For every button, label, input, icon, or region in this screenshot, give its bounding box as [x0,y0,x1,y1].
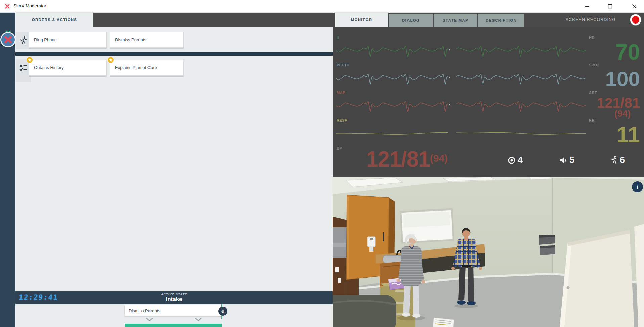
minimize-icon [585,4,590,9]
chevron-down-icon[interactable] [195,317,202,321]
spo2-value: 100 [605,68,640,89]
milestone-card-label: Obtains History [34,65,64,70]
queued-action-label: Dismiss Parents [129,308,160,313]
title-bar: SimX Moderator [0,0,644,13]
rr-value: 11 [616,124,640,146]
art-value: 121/81 [597,96,640,110]
checklist-icon [19,63,28,72]
art-mean-value: (94) [614,109,631,119]
star-badge-icon [108,57,114,63]
record-button[interactable] [630,14,641,26]
rr-label: RR [589,118,595,122]
audio-count: 5 [569,155,574,166]
close-icon [632,4,637,9]
left-tab-bar: ORDERS & ACTIONS [15,13,333,27]
hr-label: HR [589,36,595,40]
bp-value: 121/81(94) [366,148,448,170]
exam-room-render [333,177,644,327]
hr-value: 70 [615,41,640,63]
action-card-dismiss-parents[interactable]: Dismiss Parents [110,32,184,48]
tab-description[interactable]: DESCRIPTION [478,14,524,27]
chevron-down-icon[interactable] [146,317,153,321]
and-condition-badge[interactable]: & [218,307,227,316]
tab-state-map[interactable]: STATE MAP [434,14,477,27]
app-close-icon [4,3,10,9]
left-sidebar [0,13,15,327]
row-divider [15,52,333,56]
waveform-label-resp: RESP [337,118,347,122]
participant-count: 6 [620,155,625,166]
participant-counter[interactable]: 6 [611,155,625,166]
maximize-icon [608,4,612,9]
action-card-label: Dismiss Parents [115,37,146,42]
milestone-card-obtains-history[interactable]: Obtains History [29,60,107,76]
running-person-icon [19,36,28,45]
tab-monitor[interactable]: MONITOR [335,13,388,27]
active-state-label: ACTIVE STATE [15,292,333,296]
record-dot [632,16,639,24]
info-button[interactable]: i [632,181,643,192]
map-waveform [336,94,586,115]
next-state-bar[interactable] [125,324,222,327]
queued-action-card[interactable]: Dismiss Parents [125,305,221,316]
bp-mean-value: (94) [430,153,448,164]
milestone-card-label: Explains Plan of Care [115,65,157,70]
red-x-icon [4,36,12,44]
spo2-label: SPO2 [589,63,599,67]
speaker-icon [559,156,568,165]
active-state-bar: 12:29:41 ACTIVE STATE Intake [15,291,333,304]
active-state-name: Intake [15,296,333,303]
screen-recording-label: SCREEN RECORDING [565,13,616,27]
ecg-waveform-ii [336,39,586,60]
audio-counter[interactable]: 5 [559,155,574,166]
tab-orders-and-actions[interactable]: ORDERS & ACTIONS [15,13,93,27]
eye-icon [507,156,516,165]
patient-monitor: II PLETH MAP RESP BP HR 70 SPO2 100 ART … [333,27,644,177]
star-badge-icon [27,57,33,63]
right-tab-bar: MONITOR DIALOG STATE MAP DESCRIPTION SCR… [333,13,644,27]
action-card-ring-phone[interactable]: Ring Phone [29,32,107,48]
cancel-action-button[interactable] [0,32,16,47]
art-label: ART [589,91,597,95]
queued-action-area: Dismiss Parents & [15,304,333,327]
pleth-waveform [336,66,586,88]
action-card-label: Ring Phone [34,37,57,42]
close-button[interactable] [627,0,642,13]
resp-waveform [336,123,586,144]
simx-moderator-window: SimX Moderator ORDERS & ACTIONS [0,0,644,327]
milestone-card-explains-plan[interactable]: Explains Plan of Care [110,60,184,76]
maximize-button[interactable] [602,0,618,13]
walking-person-icon [611,156,618,165]
minimize-button[interactable] [579,0,595,13]
simulation-3d-viewport[interactable]: i [333,177,644,327]
observer-counter[interactable]: 4 [507,155,523,166]
window-title: SimX Moderator [13,3,46,8]
observer-count: 4 [518,155,523,166]
tab-dialog[interactable]: DIALOG [389,14,433,27]
waveform-label-bp: BP [337,146,342,150]
